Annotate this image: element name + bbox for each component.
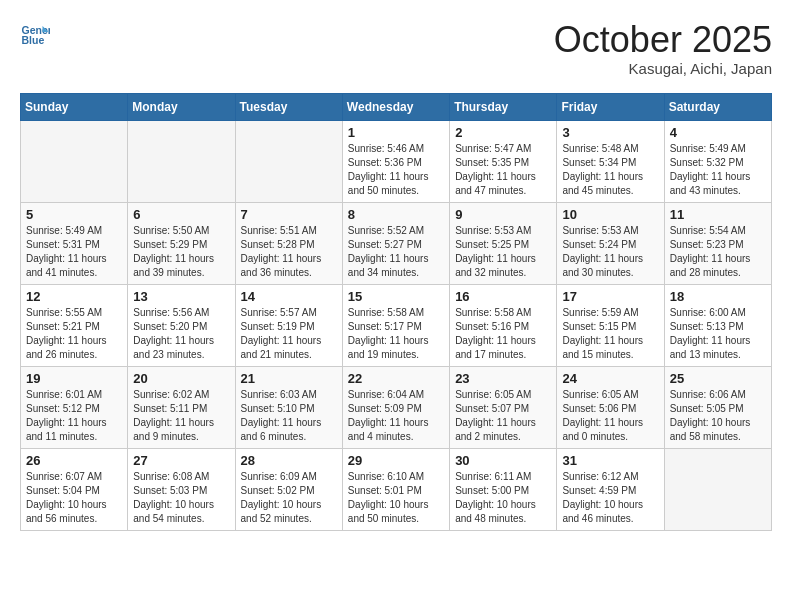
weekday-header-friday: Friday: [557, 93, 664, 120]
calendar-cell: 5Sunrise: 5:49 AM Sunset: 5:31 PM Daylig…: [21, 202, 128, 284]
logo-icon: General Blue: [20, 20, 50, 50]
calendar-cell: 24Sunrise: 6:05 AM Sunset: 5:06 PM Dayli…: [557, 366, 664, 448]
cell-details: Sunrise: 6:11 AM Sunset: 5:00 PM Dayligh…: [455, 470, 551, 526]
calendar-cell: 30Sunrise: 6:11 AM Sunset: 5:00 PM Dayli…: [450, 448, 557, 530]
cell-details: Sunrise: 5:52 AM Sunset: 5:27 PM Dayligh…: [348, 224, 444, 280]
cell-details: Sunrise: 6:05 AM Sunset: 5:07 PM Dayligh…: [455, 388, 551, 444]
day-number: 4: [670, 125, 766, 140]
month-title: October 2025: [554, 20, 772, 60]
day-number: 7: [241, 207, 337, 222]
cell-details: Sunrise: 6:03 AM Sunset: 5:10 PM Dayligh…: [241, 388, 337, 444]
day-number: 31: [562, 453, 658, 468]
cell-details: Sunrise: 6:04 AM Sunset: 5:09 PM Dayligh…: [348, 388, 444, 444]
svg-text:Blue: Blue: [22, 34, 45, 46]
day-number: 21: [241, 371, 337, 386]
calendar-cell: 26Sunrise: 6:07 AM Sunset: 5:04 PM Dayli…: [21, 448, 128, 530]
title-block: October 2025 Kasugai, Aichi, Japan: [554, 20, 772, 77]
weekday-header-monday: Monday: [128, 93, 235, 120]
cell-details: Sunrise: 5:59 AM Sunset: 5:15 PM Dayligh…: [562, 306, 658, 362]
cell-details: Sunrise: 5:57 AM Sunset: 5:19 PM Dayligh…: [241, 306, 337, 362]
calendar-cell: 19Sunrise: 6:01 AM Sunset: 5:12 PM Dayli…: [21, 366, 128, 448]
cell-details: Sunrise: 5:53 AM Sunset: 5:24 PM Dayligh…: [562, 224, 658, 280]
cell-details: Sunrise: 5:47 AM Sunset: 5:35 PM Dayligh…: [455, 142, 551, 198]
cell-details: Sunrise: 5:58 AM Sunset: 5:17 PM Dayligh…: [348, 306, 444, 362]
day-number: 23: [455, 371, 551, 386]
week-row-1: 5Sunrise: 5:49 AM Sunset: 5:31 PM Daylig…: [21, 202, 772, 284]
day-number: 22: [348, 371, 444, 386]
calendar-cell: 16Sunrise: 5:58 AM Sunset: 5:16 PM Dayli…: [450, 284, 557, 366]
calendar-table: SundayMondayTuesdayWednesdayThursdayFrid…: [20, 93, 772, 531]
day-number: 14: [241, 289, 337, 304]
calendar-cell: 27Sunrise: 6:08 AM Sunset: 5:03 PM Dayli…: [128, 448, 235, 530]
calendar-cell: 28Sunrise: 6:09 AM Sunset: 5:02 PM Dayli…: [235, 448, 342, 530]
day-number: 27: [133, 453, 229, 468]
cell-details: Sunrise: 6:01 AM Sunset: 5:12 PM Dayligh…: [26, 388, 122, 444]
cell-details: Sunrise: 5:50 AM Sunset: 5:29 PM Dayligh…: [133, 224, 229, 280]
cell-details: Sunrise: 6:00 AM Sunset: 5:13 PM Dayligh…: [670, 306, 766, 362]
day-number: 15: [348, 289, 444, 304]
calendar-cell: 15Sunrise: 5:58 AM Sunset: 5:17 PM Dayli…: [342, 284, 449, 366]
weekday-header-sunday: Sunday: [21, 93, 128, 120]
calendar-cell: 25Sunrise: 6:06 AM Sunset: 5:05 PM Dayli…: [664, 366, 771, 448]
week-row-2: 12Sunrise: 5:55 AM Sunset: 5:21 PM Dayli…: [21, 284, 772, 366]
cell-details: Sunrise: 6:05 AM Sunset: 5:06 PM Dayligh…: [562, 388, 658, 444]
calendar-cell: 1Sunrise: 5:46 AM Sunset: 5:36 PM Daylig…: [342, 120, 449, 202]
day-number: 12: [26, 289, 122, 304]
cell-details: Sunrise: 6:02 AM Sunset: 5:11 PM Dayligh…: [133, 388, 229, 444]
cell-details: Sunrise: 5:54 AM Sunset: 5:23 PM Dayligh…: [670, 224, 766, 280]
calendar-cell: 2Sunrise: 5:47 AM Sunset: 5:35 PM Daylig…: [450, 120, 557, 202]
day-number: 1: [348, 125, 444, 140]
calendar-cell: 20Sunrise: 6:02 AM Sunset: 5:11 PM Dayli…: [128, 366, 235, 448]
calendar-cell: 8Sunrise: 5:52 AM Sunset: 5:27 PM Daylig…: [342, 202, 449, 284]
calendar-cell: 3Sunrise: 5:48 AM Sunset: 5:34 PM Daylig…: [557, 120, 664, 202]
day-number: 28: [241, 453, 337, 468]
cell-details: Sunrise: 5:56 AM Sunset: 5:20 PM Dayligh…: [133, 306, 229, 362]
logo: General Blue: [20, 20, 50, 50]
calendar-cell: 17Sunrise: 5:59 AM Sunset: 5:15 PM Dayli…: [557, 284, 664, 366]
day-number: 8: [348, 207, 444, 222]
calendar-cell: 10Sunrise: 5:53 AM Sunset: 5:24 PM Dayli…: [557, 202, 664, 284]
location: Kasugai, Aichi, Japan: [554, 60, 772, 77]
cell-details: Sunrise: 6:12 AM Sunset: 4:59 PM Dayligh…: [562, 470, 658, 526]
day-number: 25: [670, 371, 766, 386]
day-number: 17: [562, 289, 658, 304]
day-number: 9: [455, 207, 551, 222]
calendar-cell: [664, 448, 771, 530]
cell-details: Sunrise: 5:46 AM Sunset: 5:36 PM Dayligh…: [348, 142, 444, 198]
day-number: 10: [562, 207, 658, 222]
day-number: 3: [562, 125, 658, 140]
day-number: 6: [133, 207, 229, 222]
day-number: 24: [562, 371, 658, 386]
calendar-cell: 23Sunrise: 6:05 AM Sunset: 5:07 PM Dayli…: [450, 366, 557, 448]
cell-details: Sunrise: 5:55 AM Sunset: 5:21 PM Dayligh…: [26, 306, 122, 362]
calendar-cell: [21, 120, 128, 202]
cell-details: Sunrise: 5:49 AM Sunset: 5:31 PM Dayligh…: [26, 224, 122, 280]
calendar-cell: 21Sunrise: 6:03 AM Sunset: 5:10 PM Dayli…: [235, 366, 342, 448]
cell-details: Sunrise: 5:48 AM Sunset: 5:34 PM Dayligh…: [562, 142, 658, 198]
calendar-cell: 14Sunrise: 5:57 AM Sunset: 5:19 PM Dayli…: [235, 284, 342, 366]
calendar-cell: 22Sunrise: 6:04 AM Sunset: 5:09 PM Dayli…: [342, 366, 449, 448]
cell-details: Sunrise: 6:07 AM Sunset: 5:04 PM Dayligh…: [26, 470, 122, 526]
day-number: 11: [670, 207, 766, 222]
calendar-cell: 7Sunrise: 5:51 AM Sunset: 5:28 PM Daylig…: [235, 202, 342, 284]
cell-details: Sunrise: 5:49 AM Sunset: 5:32 PM Dayligh…: [670, 142, 766, 198]
calendar-cell: 4Sunrise: 5:49 AM Sunset: 5:32 PM Daylig…: [664, 120, 771, 202]
calendar-cell: 18Sunrise: 6:00 AM Sunset: 5:13 PM Dayli…: [664, 284, 771, 366]
calendar-cell: [128, 120, 235, 202]
day-number: 5: [26, 207, 122, 222]
page-header: General Blue October 2025 Kasugai, Aichi…: [20, 20, 772, 77]
day-number: 20: [133, 371, 229, 386]
calendar-cell: 11Sunrise: 5:54 AM Sunset: 5:23 PM Dayli…: [664, 202, 771, 284]
day-number: 13: [133, 289, 229, 304]
week-row-0: 1Sunrise: 5:46 AM Sunset: 5:36 PM Daylig…: [21, 120, 772, 202]
calendar-cell: 9Sunrise: 5:53 AM Sunset: 5:25 PM Daylig…: [450, 202, 557, 284]
day-number: 18: [670, 289, 766, 304]
cell-details: Sunrise: 6:09 AM Sunset: 5:02 PM Dayligh…: [241, 470, 337, 526]
calendar-cell: 31Sunrise: 6:12 AM Sunset: 4:59 PM Dayli…: [557, 448, 664, 530]
calendar-cell: 13Sunrise: 5:56 AM Sunset: 5:20 PM Dayli…: [128, 284, 235, 366]
cell-details: Sunrise: 6:06 AM Sunset: 5:05 PM Dayligh…: [670, 388, 766, 444]
day-number: 16: [455, 289, 551, 304]
calendar-cell: [235, 120, 342, 202]
cell-details: Sunrise: 5:51 AM Sunset: 5:28 PM Dayligh…: [241, 224, 337, 280]
week-row-4: 26Sunrise: 6:07 AM Sunset: 5:04 PM Dayli…: [21, 448, 772, 530]
